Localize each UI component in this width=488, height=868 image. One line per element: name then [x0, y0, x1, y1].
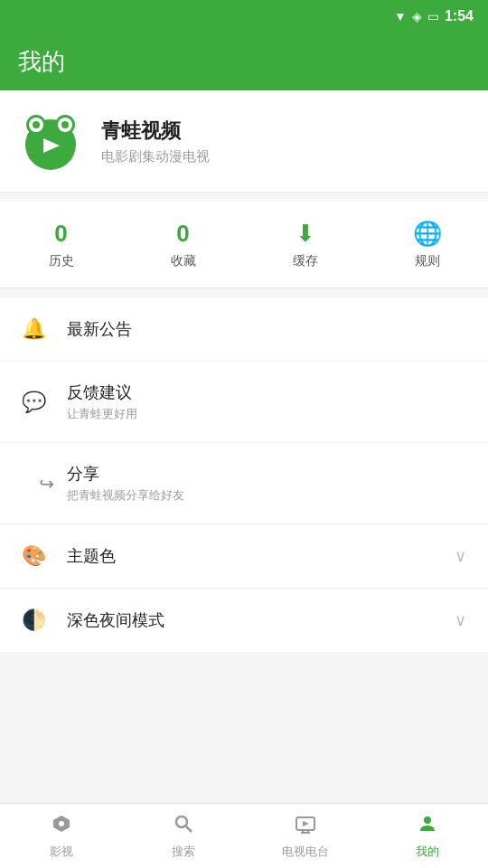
signal-icon: ◈	[412, 9, 422, 24]
feedback-subtitle: 让青蛙更好用	[67, 406, 466, 422]
status-bar: ▼ ◈ ▭ 1:54	[0, 0, 488, 33]
bell-icon: 🔔	[22, 317, 54, 341]
svg-point-9	[59, 821, 64, 826]
stats-section: 0 历史 0 收藏 ⬇ 缓存 🌐 规则	[0, 202, 488, 288]
share-subtitle: 把青蛙视频分享给好友	[67, 487, 466, 504]
feedback-content: 反馈建议 让青蛙更好用	[67, 382, 466, 422]
menu-item-theme[interactable]: 🎨 主题色 ∨	[0, 524, 488, 589]
theme-chevron-icon: ∨	[455, 546, 466, 566]
mine-label: 我的	[416, 844, 439, 860]
movies-label: 影视	[50, 844, 73, 860]
cache-icon: ⬇	[296, 220, 315, 248]
app-logo	[18, 108, 83, 174]
rules-label: 规则	[415, 253, 440, 269]
share-icon: ↩	[22, 473, 54, 495]
tv-label: 电视电台	[282, 844, 329, 860]
feedback-title: 反馈建议	[67, 382, 466, 403]
history-label: 历史	[49, 253, 74, 269]
darkmode-title: 深色夜间模式	[67, 609, 455, 631]
menu-list: 🔔 最新公告 💬 反馈建议 让青蛙更好用 ↩ 分享 把青蛙视频分享给好友 🎨 主…	[0, 297, 488, 652]
profile-section: 青蛙视频 电影剧集动漫电视	[0, 90, 488, 193]
search-icon	[173, 813, 194, 840]
profile-name: 青蛙视频	[101, 118, 210, 145]
darkmode-icon: 🌓	[22, 609, 54, 632]
mine-icon	[417, 813, 438, 840]
page-title: 我的	[18, 46, 65, 78]
nav-item-tv[interactable]: 电视电台	[244, 813, 366, 860]
profile-subtitle: 电影剧集动漫电视	[101, 148, 210, 165]
announcement-title: 最新公告	[67, 318, 466, 340]
feedback-icon: 💬	[22, 391, 54, 414]
status-icons: ▼ ◈ ▭ 1:54	[394, 8, 474, 24]
battery-icon: ▭	[427, 9, 439, 24]
menu-item-announcement[interactable]: 🔔 最新公告	[0, 297, 488, 362]
announcement-content: 最新公告	[67, 318, 466, 340]
share-content: 分享 把青蛙视频分享给好友	[67, 463, 466, 504]
menu-item-darkmode[interactable]: 🌓 深色夜间模式 ∨	[0, 589, 488, 652]
darkmode-content: 深色夜间模式	[67, 609, 455, 631]
cache-label: 缓存	[293, 253, 318, 269]
theme-icon: 🎨	[22, 544, 54, 568]
search-label: 搜索	[172, 844, 195, 860]
nav-item-mine[interactable]: 我的	[366, 813, 488, 860]
rules-icon: 🌐	[413, 220, 442, 248]
menu-item-share[interactable]: ↩ 分享 把青蛙视频分享给好友	[0, 443, 488, 524]
svg-point-17	[424, 816, 431, 824]
profile-info: 青蛙视频 电影剧集动漫电视	[101, 118, 210, 165]
svg-point-5	[33, 121, 40, 128]
movies-icon	[51, 813, 72, 840]
frog-icon	[18, 108, 83, 174]
wifi-icon: ▼	[394, 9, 407, 24]
stat-collection[interactable]: 0 收藏	[122, 220, 244, 269]
stat-rules[interactable]: 🌐 规则	[366, 220, 488, 269]
darkmode-chevron-icon: ∨	[455, 610, 466, 630]
nav-item-movies[interactable]: 影视	[0, 813, 122, 860]
nav-item-search[interactable]: 搜索	[122, 813, 244, 860]
header: 我的	[0, 33, 488, 90]
theme-content: 主题色	[67, 545, 455, 567]
svg-line-11	[186, 826, 192, 832]
menu-item-feedback[interactable]: 💬 反馈建议 让青蛙更好用	[0, 362, 488, 443]
theme-title: 主题色	[67, 545, 455, 567]
bottom-nav: 影视 搜索 电视电台 我的	[0, 803, 488, 868]
svg-marker-16	[303, 821, 309, 826]
stat-history[interactable]: 0 历史	[0, 220, 122, 269]
share-title: 分享	[67, 463, 466, 485]
collection-value: 0	[176, 220, 189, 248]
history-value: 0	[54, 220, 67, 248]
tv-icon	[295, 813, 316, 840]
time-display: 1:54	[445, 8, 474, 24]
svg-point-10	[176, 816, 187, 827]
collection-label: 收藏	[171, 253, 196, 269]
stat-cache[interactable]: ⬇ 缓存	[244, 220, 366, 269]
svg-point-6	[61, 121, 69, 128]
